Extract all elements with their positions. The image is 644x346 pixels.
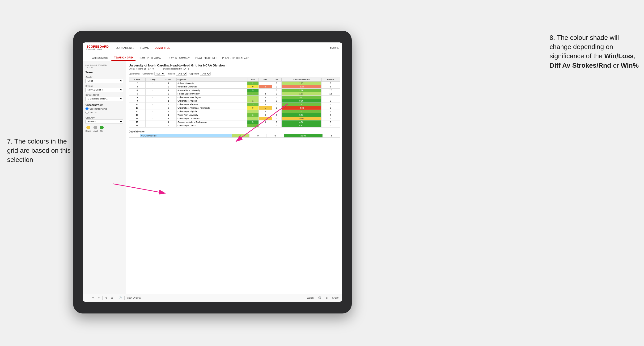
share-icon-btn[interactable]: ⧉ [325,296,328,300]
cell-rank: 15 [129,120,146,124]
cell-rounds: 12 [321,92,340,96]
nav-tournaments[interactable]: TOURNAMENTS [114,45,134,50]
cell-rank: 4 [129,89,146,92]
cell-diff: 6.62 [282,124,321,128]
col-rounds: Rounds [321,78,340,82]
cell-diff: 2.28 [282,89,321,92]
bottom-toolbar: ↩ ↪ ⬅ ⧉ ⊞ 🕐 View: Original Watch 💬 ⧉ Sha… [82,294,342,302]
cell-reg: - [146,120,160,124]
conference-filter-select[interactable]: (All) [154,72,165,76]
cell-loss: 4 [258,85,272,89]
ood-tie: 0 [266,134,284,138]
cell-diff: 1.67 [282,82,321,85]
cell-loss: 0 [258,120,272,124]
tab-player-summary[interactable]: PLAYER SUMMARY [165,55,192,61]
back-btn[interactable]: ⬅ [97,296,100,300]
nav-links: TOURNAMENTS TEAMS COMMITTEE [114,45,170,50]
colour-by-label: Colour by [86,117,123,119]
cell-rank: 8 [129,96,146,99]
cell-reg: - [146,124,160,128]
tab-team-h2h-grid[interactable]: TEAM H2H GRID [112,55,136,61]
top-nav: SCOREBOARD Powered by clippd TOURNAMENTS… [82,42,342,53]
cell-win: 0 [248,85,259,89]
cell-opponent: Georgia Institute of Technology [176,120,247,124]
table-row: 3 - 2 Vanderbilt University 0 4 0 -2.29 … [129,85,340,89]
gender-label: Gender [86,76,123,78]
gender-select[interactable]: Men's [86,79,123,83]
cell-reg: - [146,96,160,99]
undo-btn[interactable]: ↩ [86,296,89,300]
cell-win: 4 [248,92,259,96]
annotation-left: 7. The colours in the grid are based on … [7,137,73,165]
cell-tie: 0 [272,117,282,120]
cell-opponent: University of Florida [176,124,247,128]
cell-opponent: University of Oklahoma [176,117,247,120]
toolbar-sep-2 [116,296,116,300]
sign-out-link[interactable]: Sign out [330,46,338,49]
ood-win: 1 [232,134,249,138]
ood-name: NCAA Division II [140,134,232,138]
opponents-played-radio-label[interactable]: Opponents Played [86,107,123,110]
opponent-view-radios: Opponents Played Top 100 [86,107,123,114]
colour-by-select[interactable]: Win/loss [86,120,123,124]
grid-area: University of North Carolina Head-to-Hea… [126,61,342,294]
opponent-filter-select[interactable]: (All) [200,72,210,76]
cell-loss: 1 [258,106,272,110]
cell-diff: 3.67 [282,96,321,99]
cell-reg: - [146,117,160,120]
tab-team-h2h-heatmap[interactable]: TEAM H2H HEATMAP [136,55,165,61]
school-select[interactable]: 1. University of Nort... [86,97,123,101]
cell-rounds: 8 [321,85,340,89]
cell-conf: 1 [160,117,176,120]
tab-team-summary[interactable]: TEAM SUMMARY [86,55,112,61]
share-btn[interactable]: Share [331,296,340,300]
table-row: 11 - 6 University of Arkansas, Fayettevi… [129,106,340,110]
copy-btn[interactable]: ⧉ [104,296,108,300]
tab-player-h2h-grid[interactable]: PLAYER H2H GRID [193,55,219,61]
col-conf: # Conf [160,78,176,82]
cell-tie: 0 [272,103,282,106]
table-row: 15 - 4 Georgia Institute of Technology 5… [129,120,340,124]
cell-diff: 2.61 [282,103,321,106]
grid-btn[interactable]: ⊞ [110,296,114,300]
cell-reg: - [146,99,160,103]
cell-tie: 0 [272,85,282,89]
cell-rank: 12 [129,110,146,113]
nav-committee[interactable]: COMMITTEE [155,45,170,50]
cell-win: 0 [248,106,259,110]
cell-conf: 2 [160,85,176,89]
table-row: 9 - 1 University of Arizona 1 0 0 9.00 2 [129,99,340,103]
division-record: Division Record: 88 - 17 - 0 [163,68,189,70]
cell-win: 1 [248,110,259,113]
overall-record: Overall Record: 89 - 17 - 0 [129,68,154,70]
cell-tie: 0 [272,99,282,103]
opponents-played-radio[interactable] [86,107,88,110]
cell-rounds: 2 [321,99,340,103]
table-row: 13 - 1 Texas Tech University 3 0 0 5.56 … [129,113,340,117]
table-row: 12 - 3 University of Virginia 1 0 0 2.33… [129,110,340,113]
cell-opponent: University of Washington [176,96,247,99]
colour-dot-level [94,126,97,129]
comment-btn[interactable]: 💬 [317,296,322,300]
top100-radio[interactable] [86,111,88,114]
cell-opponent: Florida State University [176,92,247,96]
tab-player-h2h-heatmap[interactable]: PLAYER H2H HEATMAP [219,55,252,61]
cell-loss: 0 [258,110,272,113]
redo-btn[interactable]: ↪ [91,296,95,300]
cell-opponent: University of Alabama [176,103,247,106]
nav-teams[interactable]: TEAMS [140,45,149,50]
conference-filter-group: Conference (All) [142,72,166,76]
division-select[interactable]: NCAA Division I [86,88,123,92]
region-filter-select[interactable]: (All) [176,72,187,76]
cell-conf: 2 [160,92,176,96]
watch-btn[interactable]: Watch [306,296,314,300]
opponent-filter-label: Opponent [190,73,199,75]
region-filter-group: Region (All) [168,72,187,76]
clock-btn[interactable]: 🕐 [118,296,122,300]
cell-rounds: 17 [321,89,340,92]
cell-tie: 0 [272,96,282,99]
cell-rank: 14 [129,117,146,120]
toolbar-right: Watch 💬 ⧉ Share [306,296,340,300]
top100-radio-label[interactable]: Top 100 [86,111,123,114]
cell-loss: 0 [258,103,272,106]
